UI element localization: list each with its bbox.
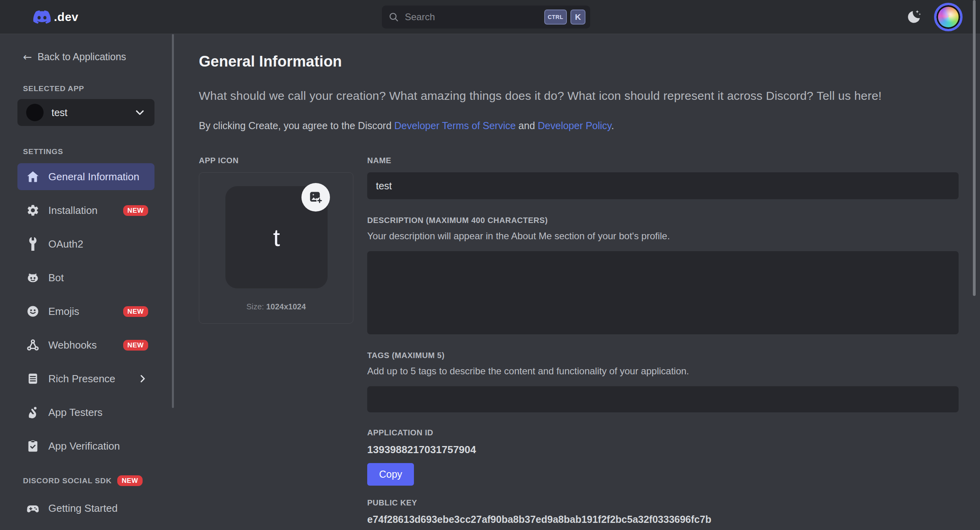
selected-app-name: test — [51, 107, 67, 118]
app-selector-dropdown[interactable]: test — [17, 99, 154, 126]
name-input[interactable] — [367, 172, 959, 199]
sidebar-item-oauth2[interactable]: OAuth2 — [17, 231, 154, 257]
new-badge: NEW — [123, 340, 148, 351]
new-badge: NEW — [123, 205, 148, 216]
settings-section-label: SETTINGS — [23, 147, 174, 156]
page-subtitle: What should we call your creation? What … — [199, 89, 959, 103]
sidebar-item-label: General Information — [48, 171, 139, 183]
app-icon-label: APP ICON — [199, 156, 353, 165]
name-label: NAME — [367, 156, 959, 165]
logo-text: .dev — [54, 10, 78, 24]
document-icon — [26, 372, 40, 385]
app-mini-avatar — [26, 104, 44, 121]
sidebar-item-label: OAuth2 — [48, 238, 83, 250]
sidebar-item-app-testers[interactable]: App Testers — [17, 399, 154, 426]
gamepad-icon — [26, 501, 40, 515]
gear-icon — [26, 204, 40, 217]
sidebar-item-general-information[interactable]: General Information — [17, 163, 154, 190]
terms-line: By clicking Create, you agree to the Dis… — [199, 120, 959, 132]
sidebar-item-app-verification[interactable]: App Verification — [17, 433, 154, 459]
sidebar-item-label: App Verification — [48, 440, 120, 452]
smiley-icon — [26, 305, 40, 318]
sidebar-item-webhooks[interactable]: Webhooks NEW — [17, 332, 154, 358]
sidebar-item-label: Installation — [48, 204, 97, 217]
tags-label: TAGS (MAXIMUM 5) — [367, 351, 959, 360]
page-title: General Information — [199, 53, 959, 70]
sidebar: ← Back to Applications SELECTED APP test… — [0, 34, 174, 530]
theme-toggle-moon-icon[interactable] — [906, 9, 922, 25]
back-label: Back to Applications — [38, 51, 126, 63]
application-id-label: APPLICATION ID — [367, 428, 959, 437]
selected-app-label: SELECTED APP — [23, 84, 174, 93]
sidebar-item-label: Webhooks — [48, 339, 97, 351]
chevron-right-icon — [137, 373, 148, 384]
description-textarea[interactable] — [367, 251, 959, 334]
app-icon-letter: t — [273, 223, 280, 252]
settings-nav: General Information Installation NEW OAu… — [17, 163, 154, 459]
raised-hand-icon — [26, 406, 40, 419]
sidebar-item-rich-presence[interactable]: Rich Presence — [17, 365, 154, 392]
sidebar-item-label: Rich Presence — [48, 373, 115, 385]
public-key-label: PUBLIC KEY — [367, 498, 959, 507]
sidebar-scrollbar[interactable] — [172, 34, 174, 408]
webhook-icon — [26, 338, 40, 352]
image-plus-icon — [308, 190, 323, 205]
sidebar-item-installation[interactable]: Installation NEW — [17, 197, 154, 224]
top-bar-right — [906, 3, 963, 31]
description-label: DESCRIPTION (MAXIMUM 400 CHARACTERS) — [367, 216, 959, 225]
application-id-value: 1393988217031757904 — [367, 444, 959, 456]
new-badge: NEW — [117, 475, 142, 486]
icon-size-note: Size: 1024x1024 — [199, 302, 353, 311]
public-key-value: e74f28613d693ebe3cc27af90ba8b37ed9a8bab1… — [367, 514, 959, 525]
k-keycap: K — [570, 10, 585, 25]
discord-dev-logo[interactable]: .dev — [31, 8, 78, 26]
back-arrow-icon: ← — [23, 51, 32, 63]
search-icon — [388, 11, 399, 23]
wrench-icon — [26, 237, 40, 251]
chevron-down-icon — [134, 107, 146, 118]
sidebar-item-bot[interactable]: Bot — [17, 264, 154, 291]
main-content: General Information What should we call … — [174, 34, 980, 530]
ctrl-keycap: CTRL — [544, 10, 567, 25]
search-shortcut: CTRL K — [544, 10, 585, 25]
discord-social-sdk-section-label: DISCORD SOCIAL SDK NEW — [23, 475, 174, 486]
developer-terms-link[interactable]: Developer Terms of Service — [394, 120, 516, 131]
sidebar-item-emojis[interactable]: Emojis NEW — [17, 298, 154, 325]
sidebar-item-label: App Testers — [48, 406, 103, 419]
clipboard-check-icon — [26, 439, 40, 453]
tags-input[interactable] — [367, 386, 959, 412]
fields-column: NAME DESCRIPTION (MAXIMUM 400 CHARACTERS… — [367, 156, 959, 525]
search-bar[interactable]: CTRL K — [382, 6, 590, 29]
sidebar-item-getting-started[interactable]: Getting Started — [17, 495, 154, 522]
app-icon-card: t Size: 1024x1024 — [199, 172, 353, 324]
discord-mark-icon — [31, 8, 53, 26]
home-icon — [26, 170, 40, 183]
description-helper: Your description will appear in the Abou… — [367, 231, 959, 242]
search-input[interactable] — [405, 11, 544, 23]
social-sdk-nav: Getting Started — [17, 495, 154, 522]
upload-icon-button[interactable] — [301, 183, 330, 212]
tags-helper: Add up to 5 tags to describe the content… — [367, 366, 959, 377]
page-scrollbar[interactable] — [973, 0, 976, 296]
sidebar-item-label: Bot — [48, 272, 64, 284]
robot-icon — [26, 271, 40, 284]
back-to-applications-link[interactable]: ← Back to Applications — [23, 51, 174, 63]
sidebar-item-label: Emojis — [48, 305, 79, 318]
app-icon-column: APP ICON t — [199, 156, 353, 525]
copy-button[interactable]: Copy — [367, 463, 414, 486]
user-avatar[interactable] — [934, 3, 963, 31]
top-bar: .dev CTRL K — [0, 0, 980, 34]
developer-policy-link[interactable]: Developer Policy — [538, 120, 612, 131]
sidebar-item-label: Getting Started — [48, 502, 118, 515]
new-badge: NEW — [123, 306, 148, 317]
